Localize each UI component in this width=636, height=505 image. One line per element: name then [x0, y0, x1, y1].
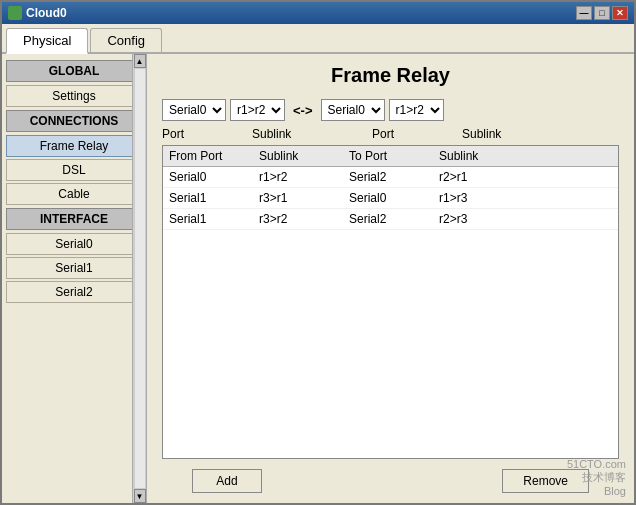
restore-button[interactable]: □	[594, 6, 610, 20]
sidebar-item-frame-relay[interactable]: Frame Relay	[6, 135, 142, 157]
table-header-sublink-from: Sublink	[259, 149, 349, 163]
sidebar-item-settings[interactable]: Settings	[6, 85, 142, 107]
col-label-to-port: Port	[372, 127, 462, 141]
main-window: Cloud0 — □ ✕ Physical Config GLOBAL Sett…	[0, 0, 636, 505]
row2-to-sublink: r1>r3	[439, 191, 529, 205]
row3-to-sublink: r2>r3	[439, 212, 529, 226]
arrow-symbol: <->	[289, 103, 317, 118]
row2-from-sublink: r3>r1	[259, 191, 349, 205]
add-button[interactable]: Add	[192, 469, 262, 493]
sidebar: GLOBAL Settings CONNECTIONS Frame Relay …	[2, 54, 147, 503]
to-port-select[interactable]: Serial0 Serial1 Serial2	[321, 99, 385, 121]
sidebar-item-dsl[interactable]: DSL	[6, 159, 142, 181]
col-label-to-sublink: Sublink	[462, 127, 552, 141]
window-title: Cloud0	[26, 6, 67, 20]
row1-to-sublink: r2>r1	[439, 170, 529, 184]
sidebar-item-cable[interactable]: Cable	[6, 183, 142, 205]
row1-from-port: Serial0	[169, 170, 259, 184]
sidebar-section-global: GLOBAL	[6, 60, 142, 82]
panel-title: Frame Relay	[162, 64, 619, 87]
remove-button[interactable]: Remove	[502, 469, 589, 493]
sidebar-scrollbar[interactable]: ▲ ▼	[132, 54, 146, 503]
right-panel: Frame Relay Serial0 Serial1 Serial2 r1>r…	[147, 54, 634, 503]
row3-to-port: Serial2	[349, 212, 439, 226]
title-bar: Cloud0 — □ ✕	[2, 2, 634, 24]
from-port-select[interactable]: Serial0 Serial1 Serial2	[162, 99, 226, 121]
row3-from-sublink: r3>r2	[259, 212, 349, 226]
close-button[interactable]: ✕	[612, 6, 628, 20]
table-row[interactable]: Serial0 r1>r2 Serial2 r2>r1	[163, 167, 618, 188]
tab-bar: Physical Config	[2, 24, 634, 54]
row1-to-port: Serial2	[349, 170, 439, 184]
table-header-from-port: From Port	[169, 149, 259, 163]
to-sublink-select[interactable]: r1>r2 r1>r3 r2>r1 r2>r3 r3>r1 r3>r2	[389, 99, 444, 121]
row2-from-port: Serial1	[169, 191, 259, 205]
sidebar-item-serial2[interactable]: Serial2	[6, 281, 142, 303]
app-icon	[8, 6, 22, 20]
sidebar-item-serial0[interactable]: Serial0	[6, 233, 142, 255]
main-content: GLOBAL Settings CONNECTIONS Frame Relay …	[2, 54, 634, 503]
sidebar-section-connections: CONNECTIONS	[6, 110, 142, 132]
from-sublink-select[interactable]: r1>r2 r1>r3 r2>r1 r2>r3 r3>r1 r3>r2	[230, 99, 285, 121]
title-bar-left: Cloud0	[8, 6, 67, 20]
tab-config[interactable]: Config	[90, 28, 162, 52]
tab-physical[interactable]: Physical	[6, 28, 88, 54]
scroll-down-arrow[interactable]: ▼	[134, 489, 146, 503]
sidebar-item-serial1[interactable]: Serial1	[6, 257, 142, 279]
table-header-to-port: To Port	[349, 149, 439, 163]
col-label-from-sublink: Sublink	[252, 127, 342, 141]
row3-from-port: Serial1	[169, 212, 259, 226]
table-row[interactable]: Serial1 r3>r1 Serial0 r1>r3	[163, 188, 618, 209]
scroll-up-arrow[interactable]: ▲	[134, 54, 146, 68]
scroll-track	[134, 68, 146, 489]
minimize-button[interactable]: —	[576, 6, 592, 20]
row1-from-sublink: r1>r2	[259, 170, 349, 184]
controls-row: Serial0 Serial1 Serial2 r1>r2 r1>r3 r2>r…	[162, 99, 619, 121]
col-label-from-port: Port	[162, 127, 252, 141]
table-row[interactable]: Serial1 r3>r2 Serial2 r2>r3	[163, 209, 618, 230]
table-header-sublink-to: Sublink	[439, 149, 529, 163]
column-labels-row: Port Sublink Port Sublink	[162, 125, 619, 143]
title-controls: — □ ✕	[576, 6, 628, 20]
sidebar-section-interface: INTERFACE	[6, 208, 142, 230]
table-header-row: From Port Sublink To Port Sublink	[163, 146, 618, 167]
col-label-spacer	[342, 127, 372, 141]
buttons-row: Add Remove	[162, 469, 619, 493]
connections-table: From Port Sublink To Port Sublink Serial…	[162, 145, 619, 459]
row2-to-port: Serial0	[349, 191, 439, 205]
